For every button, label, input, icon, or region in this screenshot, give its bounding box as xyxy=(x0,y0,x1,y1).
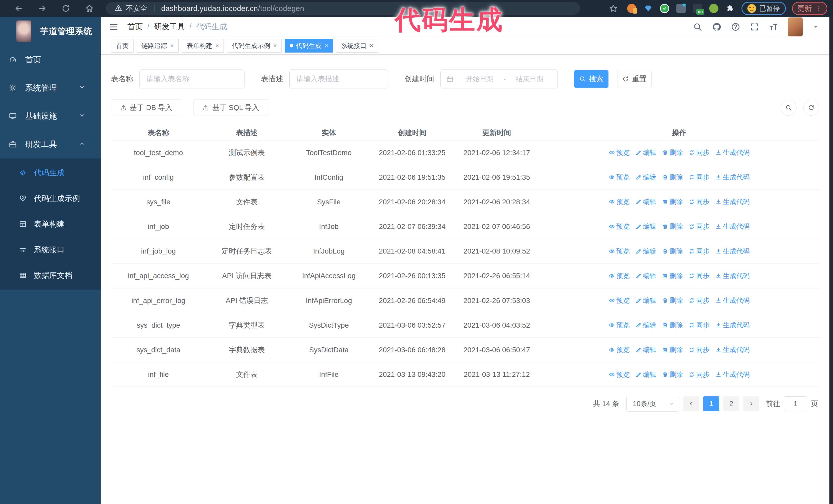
action-同步[interactable]: 同步 xyxy=(689,296,710,305)
action-同步[interactable]: 同步 xyxy=(689,271,710,281)
action-编辑[interactable]: 编辑 xyxy=(635,222,657,231)
action-预览[interactable]: 预览 xyxy=(609,320,630,330)
forward-icon[interactable] xyxy=(35,4,49,13)
action-删除[interactable]: 删除 xyxy=(662,370,683,379)
close-icon[interactable]: × xyxy=(370,43,373,49)
action-编辑[interactable]: 编辑 xyxy=(635,172,657,182)
action-编辑[interactable]: 编辑 xyxy=(635,345,657,354)
hamburger-icon[interactable] xyxy=(109,22,119,32)
extension-icon[interactable] xyxy=(627,3,637,14)
search-button[interactable]: 搜索 xyxy=(574,70,609,88)
profile-paused-badge[interactable]: 已暂停 xyxy=(741,2,786,15)
action-同步[interactable]: 同步 xyxy=(689,222,710,231)
action-编辑[interactable]: 编辑 xyxy=(635,296,657,305)
address-bar[interactable]: 不安全 dashboard.yudao.iocoder.cn/tool/code… xyxy=(106,2,580,15)
action-删除[interactable]: 删除 xyxy=(662,345,683,354)
action-生成代码[interactable]: 生成代码 xyxy=(715,172,750,182)
action-删除[interactable]: 删除 xyxy=(662,247,683,256)
action-同步[interactable]: 同步 xyxy=(689,197,710,207)
reload-icon[interactable] xyxy=(59,4,73,13)
action-删除[interactable]: 删除 xyxy=(662,197,683,207)
action-删除[interactable]: 删除 xyxy=(662,320,683,330)
page-number-button[interactable]: 2 xyxy=(723,396,739,411)
action-生成代码[interactable]: 生成代码 xyxy=(715,320,750,330)
url-text[interactable]: dashboard.yudao.iocoder.cn/tool/codegen xyxy=(161,4,304,13)
action-删除[interactable]: 删除 xyxy=(662,222,683,231)
bookmark-star-icon[interactable] xyxy=(606,4,620,13)
action-预览[interactable]: 预览 xyxy=(609,222,630,231)
tab-系统接口[interactable]: 系统接口× xyxy=(336,39,378,52)
import-sql-button[interactable]: 基于 SQL 导入 xyxy=(193,99,268,116)
date-range-picker[interactable]: 开始日期 - 结束日期 xyxy=(441,70,558,89)
table-name-input[interactable] xyxy=(139,70,244,89)
action-同步[interactable]: 同步 xyxy=(689,320,710,330)
breadcrumb-item[interactable]: 研发工具 xyxy=(154,22,185,32)
action-编辑[interactable]: 编辑 xyxy=(635,247,657,256)
extension-icon[interactable] xyxy=(643,3,653,14)
search-icon[interactable] xyxy=(693,22,702,31)
action-预览[interactable]: 预览 xyxy=(609,271,630,281)
refresh-table-button[interactable] xyxy=(803,100,819,116)
tab-链路追踪[interactable]: 链路追踪× xyxy=(137,39,178,52)
tab-代码生成示例[interactable]: 代码生成示例× xyxy=(227,39,282,52)
next-page-button[interactable] xyxy=(743,396,759,411)
back-icon[interactable] xyxy=(11,4,26,13)
avatar[interactable] xyxy=(788,18,803,37)
sidebar-item-基础设施[interactable]: 基础设施 xyxy=(0,102,101,130)
action-删除[interactable]: 删除 xyxy=(662,296,683,305)
action-生成代码[interactable]: 生成代码 xyxy=(715,148,750,157)
prev-page-button[interactable] xyxy=(683,396,699,411)
window-scrollbar[interactable] xyxy=(829,17,833,504)
action-生成代码[interactable]: 生成代码 xyxy=(715,222,750,231)
tab-表单构建[interactable]: 表单构建× xyxy=(182,39,224,52)
action-生成代码[interactable]: 生成代码 xyxy=(715,370,750,379)
action-预览[interactable]: 预览 xyxy=(609,197,630,207)
extension-icon[interactable] xyxy=(709,3,719,14)
action-同步[interactable]: 同步 xyxy=(689,370,710,379)
tab-首页[interactable]: 首页× xyxy=(111,39,134,52)
security-label[interactable]: 不安全 xyxy=(126,4,147,13)
action-预览[interactable]: 预览 xyxy=(609,148,630,157)
goto-page-input[interactable] xyxy=(784,396,807,411)
page-number-button[interactable]: 1 xyxy=(703,396,719,411)
close-icon[interactable]: × xyxy=(170,43,174,49)
action-预览[interactable]: 预览 xyxy=(609,370,630,379)
sidebar-item-研发工具[interactable]: 研发工具 xyxy=(0,130,101,159)
tab-代码生成[interactable]: 代码生成× xyxy=(285,39,333,52)
action-编辑[interactable]: 编辑 xyxy=(635,197,657,207)
action-同步[interactable]: 同步 xyxy=(689,247,710,256)
extensions-puzzle-icon[interactable] xyxy=(725,3,735,14)
sidebar-subitem-代码生成示例[interactable]: 代码生成示例 xyxy=(0,186,101,211)
action-编辑[interactable]: 编辑 xyxy=(635,148,657,157)
action-预览[interactable]: 预览 xyxy=(609,172,630,182)
app-logo[interactable]: 芋道管理系统 xyxy=(0,17,101,46)
sidebar-subitem-数据库文档[interactable]: 数据库文档 xyxy=(0,263,101,288)
sidebar-item-系统管理[interactable]: 系统管理 xyxy=(0,74,101,102)
action-编辑[interactable]: 编辑 xyxy=(635,370,657,379)
action-同步[interactable]: 同步 xyxy=(689,148,710,157)
action-删除[interactable]: 删除 xyxy=(662,148,683,157)
action-生成代码[interactable]: 生成代码 xyxy=(715,345,750,354)
fullscreen-icon[interactable] xyxy=(750,22,759,31)
action-生成代码[interactable]: 生成代码 xyxy=(715,247,750,256)
breadcrumb-item[interactable]: 首页 xyxy=(127,22,143,32)
font-size-icon[interactable] xyxy=(769,22,778,31)
reset-button[interactable]: 重置 xyxy=(617,70,651,88)
page-size-select[interactable]: 10条/页 xyxy=(626,396,679,412)
sidebar-subitem-代码生成[interactable]: 代码生成 xyxy=(0,160,101,186)
extension-icon[interactable] xyxy=(676,3,686,14)
action-编辑[interactable]: 编辑 xyxy=(635,271,657,281)
action-删除[interactable]: 删除 xyxy=(662,172,683,182)
action-预览[interactable]: 预览 xyxy=(609,247,630,256)
browser-update-button[interactable]: 更新 xyxy=(792,2,827,15)
action-同步[interactable]: 同步 xyxy=(689,172,710,182)
toggle-search-button[interactable] xyxy=(781,100,796,116)
close-icon[interactable]: × xyxy=(273,43,277,49)
close-icon[interactable]: × xyxy=(325,43,328,49)
avatar-caret-icon[interactable] xyxy=(812,24,819,30)
sidebar-item-首页[interactable]: 首页 xyxy=(0,46,101,74)
action-编辑[interactable]: 编辑 xyxy=(635,320,657,330)
action-同步[interactable]: 同步 xyxy=(689,345,710,354)
help-icon[interactable] xyxy=(731,22,740,31)
action-预览[interactable]: 预览 xyxy=(609,345,630,354)
